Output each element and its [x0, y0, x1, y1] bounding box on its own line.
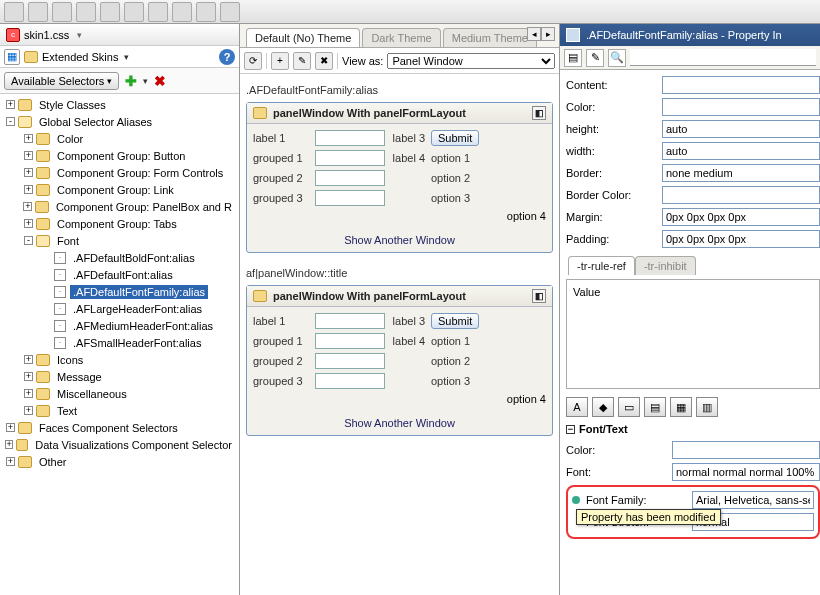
text-input[interactable]	[315, 150, 385, 166]
toolbar-icon[interactable]	[4, 2, 24, 22]
prop-input[interactable]	[662, 142, 820, 160]
grid-icon[interactable]: ▦	[4, 49, 20, 65]
toolbar-icon[interactable]	[52, 2, 72, 22]
tree-node[interactable]: +Component Group: Tabs	[0, 215, 239, 232]
submit-button[interactable]: Submit	[431, 313, 479, 329]
tab-default-theme[interactable]: Default (No) Theme	[246, 28, 360, 47]
text-input[interactable]	[315, 373, 385, 389]
prop-input[interactable]	[662, 98, 820, 116]
value-box[interactable]: Value	[566, 279, 820, 389]
edit-icon[interactable]: ✎	[293, 52, 311, 70]
prop-input[interactable]	[662, 230, 820, 248]
prop-input[interactable]	[662, 164, 820, 182]
refresh-icon[interactable]: ⟳	[244, 52, 262, 70]
file-tab[interactable]: c skin1.css ▾	[0, 24, 239, 46]
toolbar-icon[interactable]	[28, 2, 48, 22]
tree-node[interactable]: +Miscellaneous	[0, 385, 239, 402]
expand-icon[interactable]: +	[24, 372, 33, 381]
toolbar-icon[interactable]	[196, 2, 216, 22]
tab-medium-theme[interactable]: Medium Theme	[443, 28, 537, 47]
popup-icon[interactable]: ◧	[532, 106, 546, 120]
tree-node[interactable]: ·.AFLargeHeaderFont:alias	[0, 300, 239, 317]
toolbar-icon[interactable]	[100, 2, 120, 22]
tab-dark-theme[interactable]: Dark Theme	[362, 28, 440, 47]
search-input[interactable]	[630, 49, 816, 66]
layout-icon[interactable]: ▤	[644, 397, 666, 417]
tab-tr-rule-ref[interactable]: -tr-rule-ref	[568, 256, 635, 275]
prop-input[interactable]	[672, 441, 820, 459]
tree-node[interactable]: +Style Classes	[0, 96, 239, 113]
tree-node[interactable]: +Component Group: Button	[0, 147, 239, 164]
tree-node[interactable]: ·.AFDefaultBoldFont:alias	[0, 249, 239, 266]
tab-tr-inhibit[interactable]: -tr-inhibit	[635, 256, 696, 275]
font-text-section[interactable]: − Font/Text	[566, 423, 820, 435]
collapse-icon[interactable]: −	[566, 425, 575, 434]
expand-icon[interactable]: +	[24, 151, 33, 160]
table-icon[interactable]: ▦	[670, 397, 692, 417]
tree-node[interactable]: +Message	[0, 368, 239, 385]
expand-icon[interactable]: -	[6, 117, 15, 126]
tree-node[interactable]: +Component Group: Form Controls	[0, 164, 239, 181]
expand-icon[interactable]: +	[24, 389, 33, 398]
tree-node[interactable]: +Component Group: PanelBox and R	[0, 198, 239, 215]
delete-icon[interactable]: ✖	[154, 73, 166, 89]
tree-node[interactable]: ·.AFDefaultFontFamily:alias	[0, 283, 239, 300]
toolbar-icon[interactable]	[124, 2, 144, 22]
font-icon[interactable]: A	[566, 397, 588, 417]
font-family-input[interactable]	[692, 491, 814, 509]
expand-icon[interactable]: +	[6, 457, 15, 466]
expand-icon[interactable]: -	[24, 236, 33, 245]
expand-icon[interactable]: +	[24, 406, 33, 415]
tree-node[interactable]: -Font	[0, 232, 239, 249]
text-input[interactable]	[315, 333, 385, 349]
tab-scroll-left-icon[interactable]: ◂	[527, 27, 541, 41]
text-input[interactable]	[315, 190, 385, 206]
submit-button[interactable]: Submit	[431, 130, 479, 146]
edit-icon[interactable]: ✎	[586, 49, 604, 67]
prop-input[interactable]	[662, 76, 820, 94]
show-another-link[interactable]: Show Another Window	[247, 415, 552, 435]
expand-icon[interactable]: +	[5, 440, 13, 449]
popup-icon[interactable]: ◧	[532, 289, 546, 303]
show-another-link[interactable]: Show Another Window	[247, 232, 552, 252]
prop-input[interactable]	[662, 186, 820, 204]
help-icon[interactable]: ?	[219, 49, 235, 65]
view-icon[interactable]: ▤	[564, 49, 582, 67]
text-input[interactable]	[315, 170, 385, 186]
tree-node[interactable]: -Global Selector Aliases	[0, 113, 239, 130]
list-icon[interactable]: ▥	[696, 397, 718, 417]
toolbar-icon[interactable]	[148, 2, 168, 22]
prop-input[interactable]	[662, 120, 820, 138]
available-selectors-dropdown[interactable]: Available Selectors ▾	[4, 72, 119, 90]
box-icon[interactable]: ▭	[618, 397, 640, 417]
chevron-down-icon[interactable]: ▾	[124, 52, 129, 62]
tree-node[interactable]: +Color	[0, 130, 239, 147]
expand-icon[interactable]: +	[6, 100, 15, 109]
toolbar-icon[interactable]	[76, 2, 96, 22]
text-input[interactable]	[315, 353, 385, 369]
tree-node[interactable]: ·.AFDefaultFont:alias	[0, 266, 239, 283]
extended-skins-label[interactable]: Extended Skins	[42, 51, 118, 63]
toolbar-icon[interactable]	[172, 2, 192, 22]
tree-node[interactable]: +Data Visualizations Component Selector	[0, 436, 239, 453]
toolbar-icon[interactable]	[220, 2, 240, 22]
prop-input[interactable]	[662, 208, 820, 226]
tree-node[interactable]: +Icons	[0, 351, 239, 368]
prop-input[interactable]	[672, 463, 820, 481]
tree-node[interactable]: ·.AFSmallHeaderFont:alias	[0, 334, 239, 351]
tree-node[interactable]: +Other	[0, 453, 239, 470]
tab-scroll-right-icon[interactable]: ▸	[541, 27, 555, 41]
fill-icon[interactable]: ◆	[592, 397, 614, 417]
chevron-down-icon[interactable]: ▾	[143, 76, 148, 86]
text-input[interactable]	[315, 130, 385, 146]
tree-node[interactable]: +Component Group: Link	[0, 181, 239, 198]
expand-icon[interactable]: +	[24, 355, 33, 364]
view-as-select[interactable]: Panel Window	[387, 53, 555, 69]
expand-icon[interactable]: +	[24, 185, 33, 194]
tree-node[interactable]: ·.AFMediumHeaderFont:alias	[0, 317, 239, 334]
delete-icon[interactable]: ✖	[315, 52, 333, 70]
add-icon[interactable]: ✚	[125, 73, 137, 89]
expand-icon[interactable]: +	[24, 134, 33, 143]
search-icon[interactable]: 🔍	[608, 49, 626, 67]
tree-node[interactable]: +Text	[0, 402, 239, 419]
